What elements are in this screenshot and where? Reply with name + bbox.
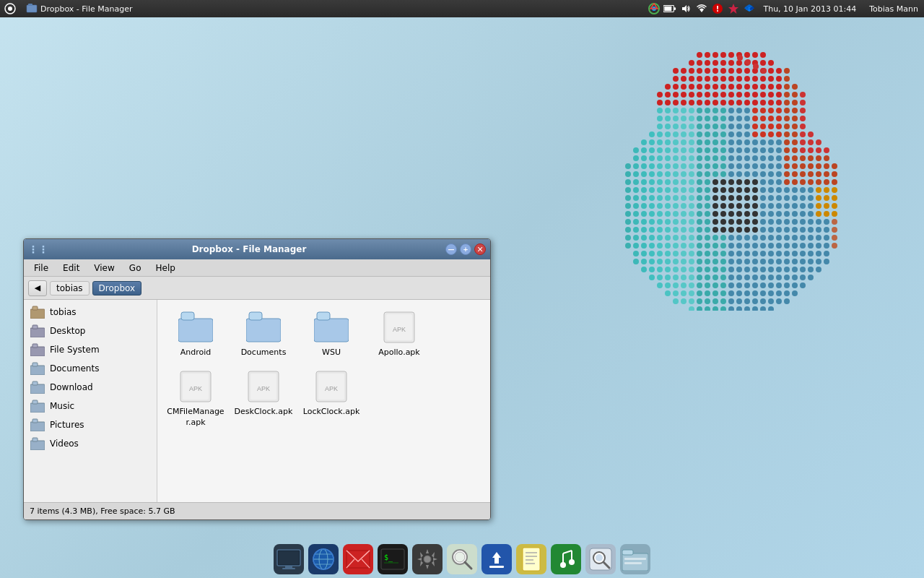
apollo-apk-icon: APK xyxy=(382,310,417,345)
sidebar-label-music: Music xyxy=(50,401,74,411)
file-item-android[interactable]: Android xyxy=(163,306,228,362)
svg-rect-17 xyxy=(32,306,38,310)
menu-edit[interactable]: Edit xyxy=(56,262,87,275)
drag-indicator: ⋮⋮ xyxy=(28,243,48,255)
sidebar-item-tobias[interactable]: tobias xyxy=(24,303,157,322)
svg-rect-21 xyxy=(32,344,38,348)
svg-text:!: ! xyxy=(716,5,720,13)
dock-item-search[interactable] xyxy=(445,543,479,576)
svg-rect-23 xyxy=(32,363,38,366)
svg-rect-37 xyxy=(317,312,330,320)
svg-point-78 xyxy=(569,559,575,565)
sidebar-item-desktop[interactable]: Desktop xyxy=(24,322,157,340)
sidebar-item-documents[interactable]: Documents xyxy=(24,359,157,378)
svg-rect-19 xyxy=(32,325,38,329)
sidebar-label-tobias: tobias xyxy=(50,307,77,317)
taskbar-top: Dropbox - File Manager xyxy=(0,0,924,17)
deskclock-label: DeskClock.apk xyxy=(235,407,293,417)
sidebar-item-filesystem[interactable]: File System xyxy=(24,340,157,359)
deskclock-apk-icon: APK xyxy=(246,369,281,404)
app-title-label: Dropbox - File Manager xyxy=(40,4,132,14)
dock-item-browser[interactable] xyxy=(307,543,340,576)
dock-item-screen[interactable] xyxy=(272,543,305,576)
menu-file[interactable]: File xyxy=(27,262,56,275)
svg-text:APK: APK xyxy=(393,326,406,333)
dock-item-mail[interactable] xyxy=(341,543,375,576)
sidebar-item-music[interactable]: Music xyxy=(24,397,157,415)
svg-rect-85 xyxy=(624,558,646,560)
svg-point-66 xyxy=(424,556,431,563)
back-button[interactable]: ◀ xyxy=(28,280,47,296)
dock-item-terminal[interactable]: $_ xyxy=(376,543,409,576)
svg-rect-84 xyxy=(622,550,633,555)
music-folder-icon xyxy=(30,400,45,413)
close-button[interactable]: ✕ xyxy=(474,243,486,255)
file-manager-window: ⋮⋮ Dropbox - File Manager — + ✕ File Edi… xyxy=(23,238,491,520)
menu-view[interactable]: View xyxy=(87,262,121,275)
sound-tray-icon[interactable] xyxy=(679,2,692,15)
documents-folder-big-icon xyxy=(246,310,281,345)
file-manager-body: tobias Desktop File Syst xyxy=(24,300,490,502)
file-item-wsu[interactable]: WSU xyxy=(299,306,364,362)
documents-folder-icon xyxy=(30,362,45,375)
filesystem-icon xyxy=(30,343,45,356)
battery-tray-icon xyxy=(663,2,676,15)
svg-rect-53 xyxy=(282,568,295,569)
dock-item-text-editor[interactable] xyxy=(515,543,548,576)
dock-item-magnifier[interactable] xyxy=(584,543,617,576)
tobias-icon xyxy=(30,306,45,319)
chrome-tray-icon[interactable] xyxy=(648,2,661,15)
dock-item-files[interactable] xyxy=(619,543,652,576)
menu-go[interactable]: Go xyxy=(122,262,149,275)
dock-item-music[interactable] xyxy=(549,543,583,576)
menu-bar: File Edit View Go Help xyxy=(24,259,490,277)
network-tray-icon[interactable] xyxy=(695,2,708,15)
status-text: 7 items (4.3 MB), Free space: 5.7 GB xyxy=(30,506,175,516)
window-title: Dropbox - File Manager xyxy=(53,244,445,254)
cmfilemanager-apk-icon: APK xyxy=(178,369,213,404)
file-item-deskclock[interactable]: APK DeskClock.apk xyxy=(231,365,296,432)
svg-rect-32 xyxy=(178,319,213,342)
file-content-area: Android Documents xyxy=(157,300,490,502)
sidebar-item-pictures[interactable]: Pictures xyxy=(24,415,157,434)
dot-art-decoration xyxy=(585,43,895,311)
dock-item-download[interactable] xyxy=(480,543,513,576)
maximize-button[interactable]: + xyxy=(460,243,471,255)
svg-rect-7 xyxy=(674,7,676,10)
sidebar-item-videos[interactable]: Videos xyxy=(24,434,157,453)
status-bar: 7 items (4.3 MB), Free space: 5.7 GB xyxy=(24,502,490,519)
svg-rect-34 xyxy=(246,319,281,342)
breadcrumb-dropbox[interactable]: Dropbox xyxy=(92,281,142,296)
android-label: Android xyxy=(180,348,212,358)
lockclock-label: LockClock.apk xyxy=(303,407,360,417)
svg-text:APK: APK xyxy=(189,385,202,392)
app-taskbar-button[interactable]: Dropbox - File Manager xyxy=(20,0,138,17)
file-item-documents[interactable]: Documents xyxy=(231,306,296,362)
file-item-apollo[interactable]: APK Apollo.apk xyxy=(367,306,432,362)
svg-rect-22 xyxy=(30,366,45,375)
documents-folder-label: Documents xyxy=(241,348,287,358)
svg-rect-52 xyxy=(285,566,292,568)
svg-rect-72 xyxy=(523,548,540,571)
svg-rect-18 xyxy=(30,328,45,337)
svg-rect-20 xyxy=(30,347,45,356)
svg-rect-35 xyxy=(249,312,262,320)
minimize-button[interactable]: — xyxy=(445,243,457,255)
notification2-icon[interactable] xyxy=(727,2,740,15)
file-item-cmfilemanager[interactable]: APK CMFileManager.apk xyxy=(163,365,228,432)
file-item-lockclock[interactable]: APK LockClock.apk xyxy=(299,365,364,432)
videos-folder-icon xyxy=(30,437,45,450)
svg-rect-2 xyxy=(27,5,37,12)
breadcrumb-tobias[interactable]: tobias xyxy=(50,281,90,296)
svg-rect-51 xyxy=(279,551,299,564)
svg-line-69 xyxy=(465,562,471,569)
system-menu-icon[interactable] xyxy=(3,1,17,16)
svg-rect-36 xyxy=(314,319,349,342)
dock-item-settings[interactable] xyxy=(411,543,444,576)
svg-rect-86 xyxy=(624,562,642,564)
menu-help[interactable]: Help xyxy=(148,262,182,275)
notification1-icon[interactable]: ! xyxy=(711,2,724,15)
dropbox-tray-icon[interactable] xyxy=(743,2,756,15)
sidebar-item-download[interactable]: Download xyxy=(24,378,157,397)
svg-text:APK: APK xyxy=(257,385,270,392)
